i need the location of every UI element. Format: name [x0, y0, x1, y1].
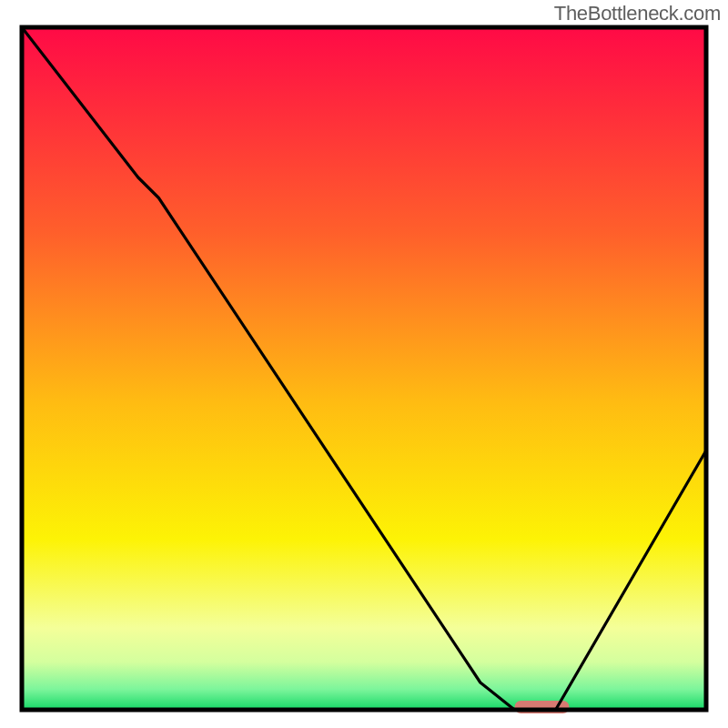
- chart-frame: TheBottleneck.com: [0, 0, 728, 728]
- watermark-text: TheBottleneck.com: [554, 2, 721, 25]
- plot-background: [22, 27, 706, 710]
- bottleneck-chart: [0, 0, 728, 728]
